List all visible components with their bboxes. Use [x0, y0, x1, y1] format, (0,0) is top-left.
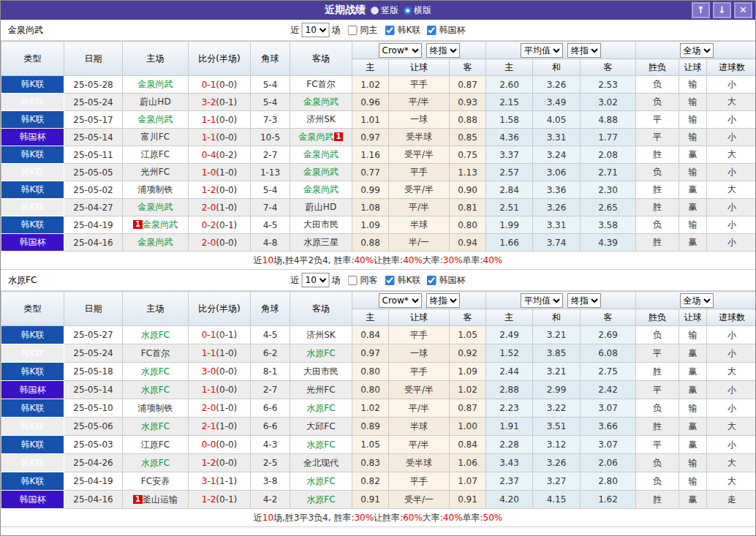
odds-final-select[interactable]: 终指 [426, 293, 460, 308]
move-down-button[interactable]: ↓ [713, 2, 731, 18]
avg-away-odds: 2.80 [581, 472, 636, 491]
home-team-cell: 金泉尚武 [123, 76, 189, 94]
handicap-line: 受半/一 [389, 491, 450, 509]
corner-count: 4-2 [251, 491, 290, 509]
away-team-cell: 济州SK [290, 111, 352, 129]
match-date: 25-04-19 [64, 472, 123, 491]
away-odds: 0.75 [450, 146, 486, 164]
half-time-score: (0-0) [216, 238, 237, 248]
avg-source-select[interactable]: 平均值 [521, 293, 563, 308]
scope-select[interactable]: 全场 [680, 43, 714, 58]
avg-away-odds: 3.07 [581, 399, 636, 418]
handicap-line: 平/半 [389, 399, 450, 418]
handicap-outcome: 赢 [679, 381, 707, 399]
red-card-badge: 1 [133, 220, 143, 229]
same-venue-checkbox[interactable] [348, 26, 358, 35]
away-team-name: 蔚山HD [306, 202, 336, 212]
goals-outcome: 小 [707, 399, 756, 418]
full-time-score: 0-4 [202, 150, 216, 160]
match-row: 韩K联25-05-03江原FC0-0(0-0)4-3水原FC1.05平/半0.8… [1, 436, 756, 454]
match-date: 25-05-14 [64, 129, 123, 146]
home-team-cell: 金泉尚武 [123, 234, 189, 252]
away-odds: 0.88 [450, 111, 486, 129]
full-time-score: 0-2 [202, 220, 216, 230]
avg-draw-odds: 4.05 [533, 111, 581, 129]
summary-text: 大率: [423, 254, 443, 267]
home-team-cell: 1金泉尚武 [123, 216, 189, 234]
full-time-score: 1-1 [202, 385, 216, 395]
home-team-name: 水原FC [141, 330, 170, 340]
avg-away-odds: 2.42 [581, 381, 636, 399]
avg-subcol-header: 客 [581, 309, 636, 326]
cup-checkbox[interactable] [426, 276, 436, 285]
away-team-cell: 大田市民 [290, 216, 352, 234]
league-checkbox[interactable] [385, 26, 395, 35]
full-time-score: 1-2 [202, 494, 216, 505]
section-controls-row: 金泉尚武近10场同主韩K联韩国杯 [1, 20, 755, 41]
match-row: 韩K联25-05-24FC首尔1-1(1-0)6-2水原FC0.97一球0.92… [1, 344, 756, 363]
close-button[interactable]: ✕ [734, 2, 752, 18]
avg-away-odds: 6.08 [581, 344, 636, 363]
odds-source-select[interactable]: Crow* [379, 43, 422, 58]
result-outcome: 胜 [636, 418, 679, 436]
corner-count: 4-5 [251, 216, 290, 234]
same-venue-label: 同客 [360, 274, 378, 287]
score-cell: 1-1(0-0) [189, 129, 251, 146]
home-odds: 1.01 [352, 111, 389, 129]
scope-dropdown-header: 全场 [636, 42, 756, 59]
league-type-cell: 韩K联 [1, 216, 64, 234]
home-odds: 0.88 [352, 234, 389, 252]
home-team-cell: 水原FC [123, 326, 189, 344]
match-date: 25-05-03 [64, 436, 123, 454]
avg-draw-odds: 3.21 [533, 326, 581, 344]
goals-outcome: 小 [707, 111, 756, 129]
scope-select[interactable]: 全场 [680, 293, 714, 308]
near-label: 近 [291, 24, 300, 37]
avg-home-odds: 2.28 [486, 436, 533, 454]
move-up-button[interactable]: ↑ [692, 2, 710, 18]
summary-text: 近 [254, 512, 262, 524]
avg-home-odds: 2.37 [486, 472, 533, 491]
col-date-header: 日期 [64, 292, 123, 326]
avg-final-select[interactable]: 终指 [567, 293, 601, 308]
full-subcol-header: 胜负 [636, 309, 679, 326]
match-date: 25-04-19 [64, 216, 123, 234]
team-name-label: 金泉尚武 [1, 24, 43, 37]
home-odds: 0.82 [352, 472, 389, 491]
home-team-cell: 1釜山运输 [123, 491, 189, 509]
cup-checkbox[interactable] [426, 26, 436, 35]
handicap-line: 一球 [389, 111, 450, 129]
radio-vertical-layout[interactable]: 竖版 [371, 4, 398, 17]
odds-final-select[interactable]: 终指 [426, 43, 460, 58]
league-checkbox[interactable] [385, 276, 395, 285]
away-team-name: 金泉尚武 [303, 97, 339, 107]
avg-final-select[interactable]: 终指 [567, 43, 601, 58]
radio-horizontal-layout[interactable]: 横版 [404, 4, 431, 17]
result-outcome: 负 [636, 326, 679, 344]
near-count-select[interactable]: 10 [302, 273, 330, 287]
avg-away-odds: 2.71 [581, 164, 636, 181]
odds-source-select[interactable]: Crow* [379, 293, 422, 308]
near-count-select[interactable]: 10 [302, 23, 330, 37]
handicap-line: 平/半 [389, 94, 450, 111]
same-venue-checkbox[interactable] [348, 276, 358, 285]
home-odds: 1.02 [352, 399, 389, 418]
score-cell: 0-1(0-0) [189, 76, 251, 94]
avg-home-odds: 2.23 [486, 399, 533, 418]
odds-dropdowns-header: Crow*终指 [352, 292, 486, 309]
score-cell: 0-0(0-0) [189, 436, 251, 454]
same-venue-label: 同主 [360, 24, 378, 37]
results-table: 类型日期主场比分(半场)角球客场Crow*终指平均值终指全场主让球客主和客胜负让… [1, 291, 756, 509]
away-team-cell: 水原三星 [290, 234, 352, 252]
summary-stat-value: 10 [262, 255, 273, 265]
avg-source-select[interactable]: 平均值 [521, 43, 563, 58]
odds-subcol-header: 主 [352, 59, 389, 76]
away-team-name: 金泉尚武 [303, 149, 339, 159]
red-card-badge: 1 [334, 132, 344, 141]
goals-outcome: 大 [707, 363, 756, 381]
corner-count: 8-1 [251, 363, 290, 381]
average-dropdowns-header: 平均值终指 [486, 292, 636, 309]
avg-draw-odds: 3.85 [533, 344, 581, 363]
avg-home-odds: 2.88 [486, 381, 533, 399]
match-row: 韩国杯25-05-14水原FC1-1(0-0)2-7光州FC0.80受平/半1.… [1, 381, 756, 399]
